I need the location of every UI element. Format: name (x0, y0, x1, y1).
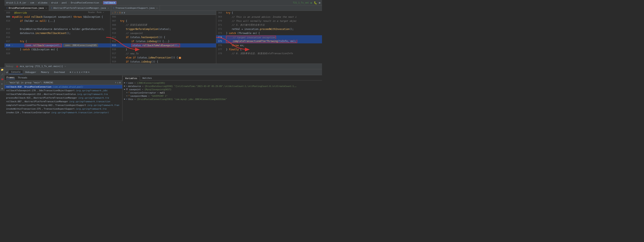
frames-header: Frames Threads (4, 75, 122, 81)
debug-main: Frames Threads ✓ "main"@1 in group "main… (4, 75, 322, 121)
frame-pkg-3: (org.springframework.tra (78, 97, 109, 99)
step-down-icon[interactable]: ↓ (74, 71, 76, 74)
build-icon[interactable]: ⚙ (319, 1, 320, 4)
restart-btn[interactable]: ↺ (6, 71, 8, 74)
frame-line-1: rollbackToSavepoint:178 (6, 89, 36, 92)
var-this-arrow[interactable]: ▶ (124, 98, 125, 100)
code-line2-907: 907 try { (110, 19, 216, 23)
debug-session-close[interactable]: ✕ (65, 65, 66, 67)
frame-item-7[interactable]: invoke:124, TransactionInterceptor (org.… (4, 111, 122, 114)
variables-tab[interactable]: Variables (122, 76, 140, 81)
breadcrumb-pool[interactable]: pool (62, 2, 67, 4)
frame-pkg-0: (com.alibaba.druid.pool) (52, 86, 83, 88)
step-up-icon[interactable]: ↑ (72, 71, 74, 74)
code-line-817: 817 try { (4, 39, 110, 43)
debugger-tab[interactable]: Debugger (24, 71, 38, 74)
console-tab[interactable]: Console (9, 70, 22, 74)
var-spname-name: savepointName (130, 95, 147, 97)
code-line-818: 818 ➤ conn.rollback(savepoint); conn: JD… (4, 43, 110, 48)
frame-class-6: TransactionAspectSupport (44, 108, 75, 110)
var-this-icon: ∞ (126, 98, 127, 100)
frame-pkg-5: (org.springframework.fran (87, 104, 119, 106)
tab-close-2[interactable]: ✕ (108, 7, 109, 9)
code-panel-2: ⚠ 7 ⚡ 8 ∧ ∨ 906 907 try { 9 (110, 11, 216, 64)
frame-class-3: AbstractPlatformTransactionManager (33, 97, 77, 99)
debug-side-icon[interactable]: 🐞 (1, 78, 4, 81)
thread-status: ✓ "main"@1 in group "main": RUNNING ↑ ↓ … (4, 81, 122, 85)
var-spname-arrow[interactable]: ▶ (126, 95, 128, 97)
code-panel-1: Reader Mode ✓ 808 @Override 809 public v… (4, 11, 110, 64)
breadcrumb-com[interactable]: com (30, 2, 34, 4)
code-line2-910: 910 // savepoint (110, 31, 216, 35)
frame-item-1[interactable]: rollbackToSavepoint:178, JdbcTransaction… (4, 89, 122, 92)
thread-status-label: "main"@1 in group "main": RUNNING (9, 81, 53, 84)
thread-filter[interactable]: ⊟ (119, 81, 120, 84)
code-line2-911: 911 if (status.hasSavepoint()) { (110, 35, 216, 39)
code-content-1: Reader Mode ✓ 808 @Override 809 public v… (4, 11, 110, 64)
debug-icon[interactable]: 🐛 (314, 1, 317, 4)
step-into-icon[interactable]: ↧ (76, 71, 78, 74)
tab-transactionaspect[interactable]: C TransactionAspectSupport.java ✕ (111, 6, 160, 11)
layout-icon[interactable]: ≡ (70, 71, 71, 74)
overhead-tab[interactable]: Overhead (52, 71, 67, 74)
breakpoint-809[interactable] (12, 16, 14, 18)
code-line3-376: 376 throw ex; (216, 43, 322, 48)
tab-abstractplatform[interactable]: C AbstractPlatformTransactionManager.jav… (49, 6, 111, 11)
code-content-2: ⚠ 7 ⚡ 8 ∧ ∨ 906 907 try { 9 (110, 11, 216, 64)
var-ei-arrow[interactable]: ▶ (126, 91, 128, 94)
run-icon[interactable]: ▶ (310, 1, 312, 4)
evaluate-icon[interactable]: ⌨ (84, 71, 85, 74)
var-datasource-arrow[interactable]: ▶ (124, 85, 125, 87)
code-line2-915: 915 status.rollbackToHeldSavepoint(); (110, 43, 216, 48)
threads-tab[interactable]: Threads (18, 76, 28, 79)
breadcrumb-alibaba[interactable]: alibaba (38, 2, 47, 4)
frame-item-5[interactable]: completeTransactionAfterThrowing:663, Tr… (4, 103, 122, 107)
var-savepoint-picon: P (126, 88, 128, 90)
breadcrumb-method[interactable]: rollback (103, 1, 116, 5)
breadcrumb-class[interactable]: DruidPooledConnection (71, 2, 99, 4)
reader-mode: Reader Mode ✓ (88, 11, 104, 14)
breadcrumb-jar[interactable]: druid-1.2.4.jar (6, 2, 26, 4)
breadcrumb-druid[interactable]: druid (51, 2, 58, 4)
watches-tab[interactable]: Watches (140, 76, 154, 80)
frame-item-0[interactable]: rollback:818, DruidPooledConnection (com… (4, 85, 122, 89)
tab-icon-1: C (6, 7, 8, 9)
var-datasource: ▶ ∞ dataSource = {DruidDataSource@3590} … (122, 85, 322, 88)
tab-label-3: TransactionAspectSupport.java (116, 7, 154, 9)
thread-up[interactable]: ↑ (115, 81, 116, 84)
frames-tab[interactable]: Frames (6, 76, 15, 79)
frame-item-3[interactable]: processRollback:915, AbstractPlatformTra… (4, 96, 122, 100)
side-icons: 📁 ⎇ 🐞 ▶ ■ (0, 67, 4, 91)
vcs-icon[interactable]: ⎇ (1, 73, 4, 76)
nav-prev[interactable]: ∧ (122, 11, 123, 14)
memory-tab[interactable]: Memory (39, 71, 51, 74)
stop-icon[interactable]: ■ (1, 87, 4, 90)
var-datasource-value: {DruidDataSource@3590} "{\n\tCreateTime:… (145, 85, 297, 87)
frame-item-4[interactable]: rollback:887, AbstractPlatformTransactio… (4, 100, 122, 103)
var-savepoint-arrow[interactable]: ▶ (124, 88, 125, 90)
var-conn-arrow[interactable]: ▶ (124, 82, 125, 84)
run-side-icon[interactable]: ▶ (1, 83, 4, 85)
step-out-icon[interactable]: ↥ (79, 71, 80, 74)
run-cursor-icon[interactable]: ↩ (81, 71, 82, 74)
variables-panel: Variables Watches ▶ ∞ conn = {JDBC4Conne… (122, 75, 322, 121)
vars-toggle-icon[interactable]: ≈ (88, 71, 89, 74)
frame-item-6[interactable]: invokeWithinTransaction:375, Transaction… (4, 107, 122, 111)
code-line3-372: 372 retVal = invocation.proceedWithInvoc… (216, 27, 322, 31)
tab-close-3[interactable]: ✕ (156, 7, 158, 9)
project-icon[interactable]: 📁 (1, 68, 4, 71)
var-this: ▶ ∞ this = {DruidPooledConnection@3383} … (122, 98, 322, 101)
frame-line-0: rollback:818 (6, 86, 22, 88)
frame-item-2[interactable]: rollbackToHeldSavepoint:153, AbstractTra… (4, 92, 122, 96)
thread-down[interactable]: ↓ (117, 81, 118, 84)
code-line2-919: 919 if (status.isDebug()) { (110, 60, 216, 64)
code-line-empty1 (4, 23, 110, 27)
nav-next[interactable]: ∨ (124, 11, 125, 14)
profile-dropdown[interactable]: T21_1_Tx_xml (293, 2, 309, 4)
frames-toggle-icon[interactable]: ⊟ (86, 71, 87, 74)
code-line-816: 816 (4, 35, 110, 39)
frame-class-5: TransactionAspectSupport (55, 104, 86, 106)
tab-druidpooled[interactable]: C DruidPooledConnection.java ✕ (4, 6, 49, 11)
tab-close-1[interactable]: ✕ (46, 7, 47, 9)
var-tabs: Variables Watches (122, 75, 322, 81)
